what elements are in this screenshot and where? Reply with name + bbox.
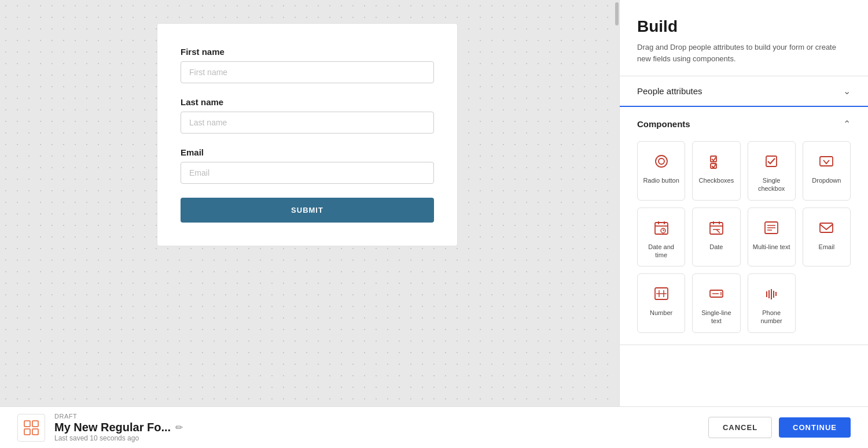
svg-rect-37	[32, 421, 38, 427]
bottom-bar-right: CANCEL CONTINUE	[708, 417, 851, 438]
components-grid: Radio button Checkboxes	[637, 141, 851, 333]
email-label: Email	[819, 243, 835, 251]
single-line-text-label: Single-line text	[697, 309, 735, 325]
component-dropdown[interactable]: Dropdown	[803, 141, 851, 201]
email-input[interactable]	[181, 162, 434, 184]
cancel-button[interactable]: CANCEL	[708, 417, 772, 438]
multi-line-text-label: Multi-line text	[753, 243, 790, 251]
edit-icon[interactable]: ✏	[175, 422, 183, 433]
date-icon	[706, 217, 727, 238]
svg-rect-36	[24, 421, 30, 427]
single-line-text-icon	[706, 283, 727, 304]
svg-rect-5	[820, 157, 833, 166]
bottom-bar: DRAFT My New Regular Fo... ✏ Last saved …	[0, 406, 868, 448]
form-name-row: My New Regular Fo... ✏	[54, 421, 183, 434]
svg-rect-4	[766, 156, 777, 166]
single-checkbox-label: Single checkbox	[753, 176, 790, 193]
components-label: Components	[637, 119, 690, 129]
component-single-line-text[interactable]: Single-line text	[692, 273, 740, 333]
canvas-scrollbar[interactable]	[615, 0, 619, 406]
continue-button[interactable]: CONTINUE	[779, 417, 851, 438]
component-email[interactable]: Email	[803, 208, 851, 267]
component-date-and-time[interactable]: Date and time	[637, 208, 685, 267]
chevron-down-icon: ⌄	[843, 86, 851, 97]
people-attributes-label: People attributes	[637, 86, 703, 96]
email-label: Email	[181, 147, 434, 157]
main-area: First name Last name Email SUBMIT Build …	[0, 0, 868, 406]
single-checkbox-icon	[761, 151, 782, 172]
svg-line-18	[716, 229, 720, 233]
submit-button[interactable]: SUBMIT	[181, 198, 434, 223]
first-name-input[interactable]	[181, 61, 434, 83]
scrollbar-thumb	[615, 2, 619, 25]
date-and-time-label: Date and time	[642, 243, 680, 260]
draft-label: DRAFT	[54, 413, 183, 420]
date-and-time-icon	[651, 217, 672, 238]
checkboxes-icon	[706, 151, 727, 172]
component-checkboxes[interactable]: Checkboxes	[692, 141, 740, 201]
dropdown-label: Dropdown	[812, 176, 841, 184]
chevron-up-icon[interactable]: ⌃	[843, 119, 851, 129]
sidebar-header: Build Drag and Drop people attributes to…	[620, 0, 868, 76]
sidebar-description: Drag and Drop people attributes to build…	[637, 42, 851, 64]
radio-button-label: Radio button	[643, 176, 679, 184]
component-date[interactable]: Date	[692, 208, 740, 267]
sidebar: Build Drag and Drop people attributes to…	[619, 0, 868, 406]
component-radio-button[interactable]: Radio button	[637, 141, 685, 201]
email-icon	[816, 217, 837, 238]
last-name-field-group: Last name	[181, 97, 434, 134]
draft-meta: DRAFT My New Regular Fo... ✏ Last saved …	[54, 413, 183, 442]
people-attributes-section[interactable]: People attributes ⌄	[620, 76, 868, 107]
first-name-label: First name	[181, 47, 434, 57]
saved-text: Last saved 10 seconds ago	[54, 434, 183, 442]
svg-rect-13	[710, 223, 723, 234]
number-label: Number	[650, 309, 672, 317]
email-field-group: Email	[181, 147, 434, 184]
component-multi-line-text[interactable]: Multi-line text	[748, 208, 796, 267]
date-label: Date	[709, 243, 723, 251]
form-card: First name Last name Email SUBMIT	[157, 23, 458, 246]
phone-number-icon	[761, 283, 782, 304]
sidebar-title: Build	[637, 17, 851, 36]
dropdown-icon	[816, 151, 837, 172]
svg-rect-39	[32, 429, 38, 435]
last-name-label: Last name	[181, 97, 434, 107]
component-phone-number[interactable]: Phone number	[748, 273, 796, 333]
canvas-area: First name Last name Email SUBMIT	[0, 0, 615, 406]
checkboxes-label: Checkboxes	[699, 176, 734, 184]
phone-number-label: Phone number	[753, 309, 790, 325]
components-header: Components ⌃	[637, 119, 851, 129]
components-section: Components ⌃ Radio button	[620, 107, 868, 345]
svg-point-0	[656, 155, 667, 167]
form-name: My New Regular Fo...	[54, 421, 171, 434]
first-name-field-group: First name	[181, 47, 434, 83]
form-icon	[17, 414, 45, 442]
svg-point-1	[659, 158, 664, 164]
bottom-bar-left: DRAFT My New Regular Fo... ✏ Last saved …	[17, 413, 708, 442]
component-number[interactable]: Number	[637, 273, 685, 333]
radio-button-icon	[651, 151, 672, 172]
last-name-input[interactable]	[181, 112, 434, 134]
svg-rect-23	[820, 223, 833, 232]
component-single-checkbox[interactable]: Single checkbox	[748, 141, 796, 201]
number-icon	[651, 283, 672, 304]
multi-line-text-icon	[761, 217, 782, 238]
svg-rect-38	[24, 429, 30, 435]
